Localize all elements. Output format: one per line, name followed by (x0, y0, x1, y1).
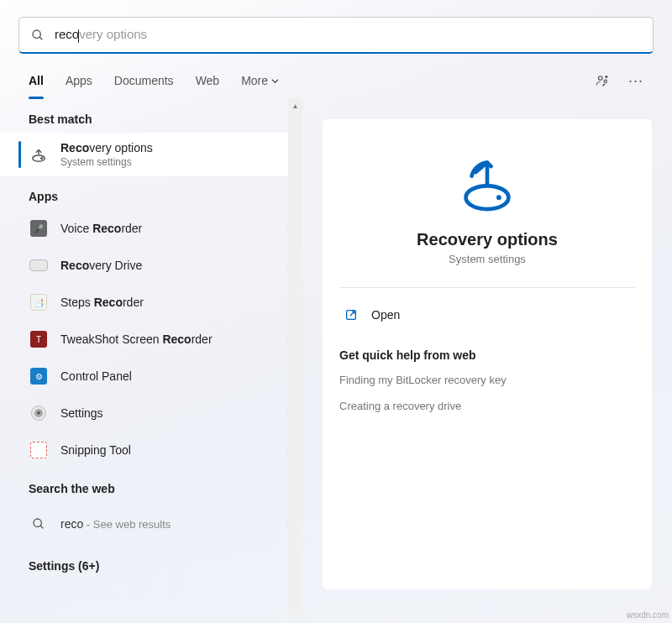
search-box[interactable]: recovery options (18, 17, 654, 54)
search-input[interactable]: recovery options (55, 27, 147, 42)
tab-all[interactable]: All (29, 67, 44, 94)
help-header: Get quick help from web (339, 348, 635, 362)
detail-title: Recovery options (417, 230, 558, 249)
svg-point-5 (41, 158, 43, 160)
open-action[interactable]: Open (339, 303, 635, 327)
control-panel-icon: ⚙ (29, 366, 49, 386)
result-recovery-drive[interactable]: Recovery Drive › (0, 247, 302, 284)
steps-recorder-icon: 📑 (29, 292, 49, 312)
detail-subtitle: System settings (449, 253, 526, 265)
tab-more[interactable]: More (241, 67, 279, 94)
filter-tabs: All Apps Documents Web More ··· (0, 62, 672, 99)
result-recovery-options[interactable]: Recovery options System settings (0, 133, 302, 176)
result-tweakshot[interactable]: T TweakShot Screen Recorder › (0, 321, 302, 358)
result-web-search[interactable]: reco - See web results › (0, 502, 302, 546)
more-options-icon[interactable]: ··· (628, 72, 643, 90)
voice-recorder-icon: 🎤 (29, 218, 49, 238)
search-icon (29, 514, 49, 534)
detail-panel: Recovery options System settings Open Ge… (323, 119, 652, 589)
section-settings-more[interactable]: Settings (6+) (0, 546, 302, 579)
svg-point-9 (496, 195, 501, 200)
result-control-panel[interactable]: ⚙ Control Panel › (0, 358, 302, 395)
section-search-web: Search the web (0, 469, 302, 502)
snipping-tool-icon: ✂ (29, 440, 49, 460)
results-panel: Best match Recovery options System setti… (0, 99, 302, 615)
section-apps: Apps (0, 176, 302, 210)
svg-point-3 (604, 80, 606, 82)
chevron-down-icon (271, 77, 279, 85)
help-link-bitlocker[interactable]: Finding my BitLocker recovery key (339, 374, 635, 386)
svg-line-1 (39, 37, 42, 39)
scrollbar[interactable]: ▲ (288, 99, 302, 615)
recovery-icon (29, 144, 49, 165)
recovery-large-icon (456, 153, 518, 215)
recovery-drive-icon (29, 255, 49, 275)
tweakshot-icon: T (29, 329, 49, 349)
svg-point-8 (466, 186, 509, 209)
svg-point-0 (33, 30, 40, 38)
settings-icon (29, 403, 49, 423)
help-link-recovery-drive[interactable]: Creating a recovery drive (339, 400, 635, 412)
open-external-icon (344, 308, 358, 322)
divider (339, 287, 635, 288)
tab-documents[interactable]: Documents (114, 67, 174, 94)
result-voice-recorder[interactable]: 🎤 Voice Recorder › (0, 210, 302, 247)
tab-web[interactable]: Web (196, 67, 220, 94)
svg-point-2 (598, 76, 602, 81)
result-snipping-tool[interactable]: ✂ Snipping Tool › (0, 432, 302, 469)
tab-apps[interactable]: Apps (66, 67, 92, 94)
result-settings[interactable]: Settings › (0, 395, 302, 432)
svg-line-7 (40, 526, 43, 528)
section-best-match: Best match (0, 99, 302, 133)
account-switch-icon[interactable] (595, 73, 610, 88)
watermark: wsxdn.com (627, 610, 669, 620)
result-steps-recorder[interactable]: 📑 Steps Recorder › (0, 284, 302, 321)
svg-point-6 (34, 519, 41, 526)
search-icon (31, 29, 45, 42)
scroll-up-button[interactable]: ▲ (288, 99, 302, 113)
